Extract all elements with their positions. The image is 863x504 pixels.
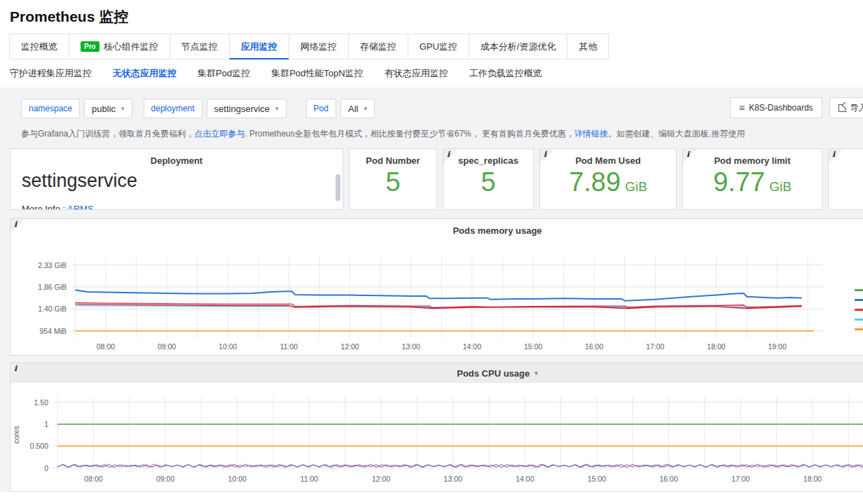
pods-cpu-usage-panel: i Pods CPU usage▾ 00.50011.5008:0009:001… xyxy=(10,363,863,492)
info-corner xyxy=(443,149,457,163)
chevron-down-icon: ▾ xyxy=(121,105,125,112)
svg-text:10:00: 10:00 xyxy=(219,342,237,351)
tab-workload-overview[interactable]: 工作负载监控概览 xyxy=(469,67,542,80)
stat-panels-row: Deployment settingservice More Info : AR… xyxy=(10,148,863,210)
tab-cost-analysis[interactable]: 成本分析/资源优化 xyxy=(469,34,568,59)
svg-text:954 MiB: 954 MiB xyxy=(39,327,67,335)
tab-cluster-pod[interactable]: 集群Pod监控 xyxy=(198,67,250,80)
pod-select[interactable]: All▾ xyxy=(340,99,375,118)
export-icon xyxy=(838,104,846,112)
svg-text:19:00: 19:00 xyxy=(768,342,786,351)
svg-text:0.500: 0.500 xyxy=(30,442,48,450)
stat-panel-deployment: Deployment settingservice More Info : AR… xyxy=(10,148,343,210)
tab-storage-monitor[interactable]: 存储监控 xyxy=(348,34,408,59)
info-icon[interactable]: i xyxy=(14,220,17,228)
legend-item[interactable] xyxy=(855,328,863,330)
svg-text:13:00: 13:00 xyxy=(402,342,420,351)
legend-item[interactable] xyxy=(855,318,863,321)
info-corner xyxy=(11,219,25,233)
chevron-down-icon: ▾ xyxy=(534,370,538,377)
svg-text:08:00: 08:00 xyxy=(84,475,102,483)
chevron-down-icon: ▾ xyxy=(275,105,279,112)
tab-daemonset-app[interactable]: 守护进程集应用监控 xyxy=(10,67,92,80)
svg-text:16:00: 16:00 xyxy=(660,475,678,483)
spec-replicas-value: 5 xyxy=(443,167,533,197)
svg-text:16:00: 16:00 xyxy=(585,342,603,351)
deployment-name-value: settingservice xyxy=(11,170,343,191)
deployment-select[interactable]: settingservice▾ xyxy=(207,99,286,118)
secondary-tabs: 守护进程集应用监控 无状态应用监控 集群Pod监控 集群Pod性能TopN监控 … xyxy=(10,59,863,88)
more-info: More Info : ARMS xyxy=(22,204,94,210)
info-corner xyxy=(683,149,697,163)
svg-text:08:00: 08:00 xyxy=(97,342,115,351)
svg-text:1: 1 xyxy=(44,420,48,428)
memory-chart-title: Pods memory usage xyxy=(11,219,863,241)
namespace-select[interactable]: public▾ xyxy=(84,99,132,118)
tab-stateless-app[interactable]: 无状态应用监控 xyxy=(113,67,177,80)
pro-badge: Pro xyxy=(81,41,99,52)
panel-scrollbar[interactable] xyxy=(336,174,340,201)
info-icon[interactable]: i xyxy=(686,150,689,158)
info-icon[interactable]: i xyxy=(832,150,835,158)
menu-icon: ≡ xyxy=(739,102,745,113)
deployment-label: deployment xyxy=(144,99,202,118)
legend-item[interactable] xyxy=(855,309,863,311)
stat-panel-pod-memory-limit: i Pod memory limit 9.77GiB xyxy=(682,148,822,210)
arms-link[interactable]: ARMS xyxy=(67,204,94,210)
svg-text:17:00: 17:00 xyxy=(646,342,664,351)
info-icon[interactable]: i xyxy=(14,365,17,372)
tab-cluster-pod-topn[interactable]: 集群Pod性能TopN监控 xyxy=(271,67,363,80)
info-corner xyxy=(829,149,843,163)
svg-text:17:00: 17:00 xyxy=(731,475,750,483)
svg-text:09:00: 09:00 xyxy=(158,342,176,351)
svg-text:09:00: 09:00 xyxy=(156,475,174,483)
tab-monitor-overview[interactable]: 监控概览 xyxy=(9,34,69,59)
svg-text:12:00: 12:00 xyxy=(340,342,359,351)
dashboard-content: namespace public▾ deployment settingserv… xyxy=(0,88,863,492)
svg-text:cores: cores xyxy=(12,426,20,444)
legend-item[interactable] xyxy=(855,289,863,291)
stat-title: Pod Mem Used xyxy=(540,155,676,166)
svg-text:2.33 GiB: 2.33 GiB xyxy=(38,261,67,270)
stat-title: Pod memory limit xyxy=(683,155,822,166)
svg-text:14:00: 14:00 xyxy=(463,342,481,351)
tab-app-monitor[interactable]: 应用监控 xyxy=(229,34,289,59)
tab-stateful-app[interactable]: 有状态应用监控 xyxy=(385,67,448,80)
info-icon[interactable]: i xyxy=(447,150,450,158)
legend-item[interactable] xyxy=(855,299,863,301)
svg-text:18:00: 18:00 xyxy=(803,475,822,483)
svg-text:14:00: 14:00 xyxy=(516,475,534,483)
page-title: Prometheus 监控 xyxy=(10,7,863,27)
tab-gpu-monitor[interactable]: GPU监控 xyxy=(408,34,469,59)
info-corner xyxy=(11,363,25,377)
stat-panel-spec-replicas: i spec_replicas 5 xyxy=(443,148,534,210)
svg-text:0: 0 xyxy=(44,464,48,472)
tab-node-monitor[interactable]: 节点监控 xyxy=(170,34,230,59)
page: Prometheus 监控 监控概览 Pro核心组件监控 节点监控 应用监控 网… xyxy=(0,7,863,492)
info-corner xyxy=(540,149,554,163)
cpu-chart-title[interactable]: Pods CPU usage▾ xyxy=(11,363,863,383)
tab-core-components[interactable]: Pro核心组件监控 xyxy=(69,34,170,59)
svg-text:1.50: 1.50 xyxy=(34,398,49,407)
pod-number-value: 5 xyxy=(350,167,436,197)
svg-text:13:00: 13:00 xyxy=(444,475,462,483)
info-icon[interactable]: i xyxy=(544,150,546,158)
details-link[interactable]: 详情链接 xyxy=(574,129,608,139)
join-now-link[interactable]: 点击立即参与 xyxy=(194,129,244,139)
primary-tabs: 监控概览 Pro核心组件监控 节点监控 应用监控 网络监控 存储监控 GPU监控… xyxy=(10,34,863,59)
k8s-dashboards-button[interactable]: ≡K8S-Dashboards xyxy=(730,97,822,118)
tab-network-monitor[interactable]: 网络监控 xyxy=(289,34,349,59)
import-dashboard-button[interactable]: 导入( xyxy=(829,97,863,118)
svg-text:1.40 GiB: 1.40 GiB xyxy=(38,304,67,313)
namespace-label: namespace xyxy=(21,99,80,118)
stat-panel-clipped: i xyxy=(828,148,863,210)
promo-notice: 参与Grafana入门训练营，领取首月免费福利，点击立即参与. Promethe… xyxy=(21,128,863,140)
memory-chart-legend xyxy=(855,289,863,330)
svg-text:12:00: 12:00 xyxy=(372,475,390,483)
svg-text:10:00: 10:00 xyxy=(228,475,247,483)
svg-text:18:00: 18:00 xyxy=(707,342,725,351)
tab-other[interactable]: 其他 xyxy=(567,34,609,59)
svg-text:15:00: 15:00 xyxy=(588,475,606,483)
pod-memory-limit-value: 9.77GiB xyxy=(683,167,822,202)
pods-memory-usage-panel: i Pods memory usage 954 MiB1.40 GiB1.86 … xyxy=(10,218,863,356)
